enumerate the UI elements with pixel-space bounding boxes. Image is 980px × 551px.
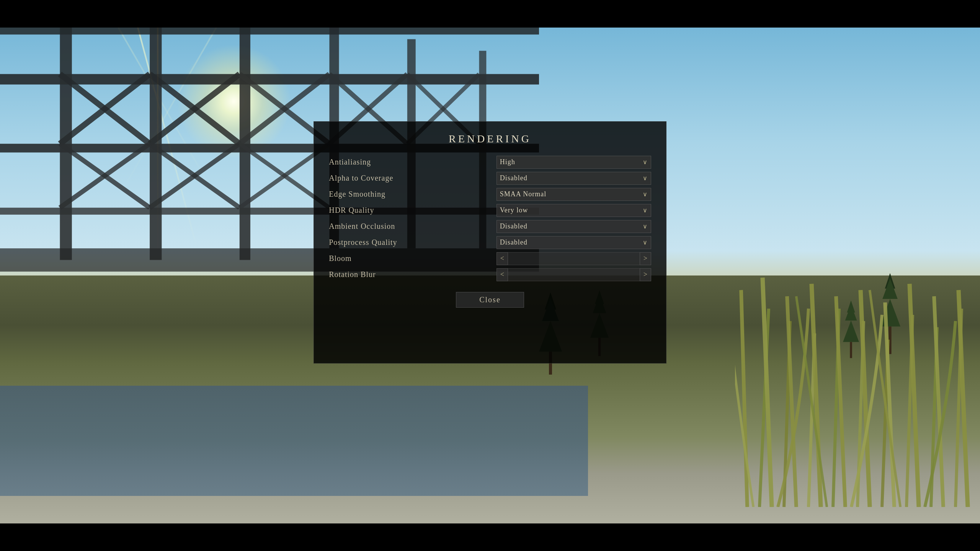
rotation-blur-control: < > xyxy=(497,268,651,281)
hdr-quality-dropdown[interactable]: Very low ∨ xyxy=(497,204,651,217)
ambient-occlusion-dropdown[interactable]: Disabled ∨ xyxy=(497,220,651,233)
antialiasing-value: High xyxy=(500,158,515,166)
antialiasing-dropdown[interactable]: High ∨ xyxy=(497,156,651,169)
bloom-label: Bloom xyxy=(329,254,497,263)
alpha-to-coverage-arrow: ∨ xyxy=(643,174,648,182)
bloom-increase-button[interactable]: > xyxy=(640,252,651,265)
bloom-track xyxy=(508,252,640,265)
ambient-occlusion-arrow: ∨ xyxy=(643,223,648,230)
rotation-blur-row: Rotation Blur < > xyxy=(329,268,651,281)
edge-smoothing-label: Edge Smoothing xyxy=(329,190,497,199)
ambient-occlusion-label: Ambient Occlusion xyxy=(329,222,497,231)
ambient-occlusion-row: Ambient Occlusion Disabled ∨ xyxy=(329,220,651,233)
edge-smoothing-control[interactable]: SMAA Normal ∨ xyxy=(497,188,651,201)
close-button[interactable]: Close xyxy=(456,292,524,308)
postprocess-quality-value: Disabled xyxy=(500,238,528,246)
hdr-quality-value: Very low xyxy=(500,206,528,214)
alpha-to-coverage-value: Disabled xyxy=(500,174,528,182)
antialiasing-control[interactable]: High ∨ xyxy=(497,156,651,169)
postprocess-quality-control[interactable]: Disabled ∨ xyxy=(497,236,651,249)
cinematic-bar-bottom xyxy=(0,523,980,551)
postprocess-quality-dropdown[interactable]: Disabled ∨ xyxy=(497,236,651,249)
hdr-quality-label: HDR Quality xyxy=(329,206,497,215)
dialog-title: RENDERING xyxy=(449,133,531,145)
hdr-quality-control[interactable]: Very low ∨ xyxy=(497,204,651,217)
alpha-to-coverage-dropdown[interactable]: Disabled ∨ xyxy=(497,172,651,185)
postprocess-quality-arrow: ∨ xyxy=(643,239,648,246)
rendering-dialog: RENDERING Antialiasing High ∨ Alpha to C… xyxy=(314,121,666,364)
rotation-blur-label: Rotation Blur xyxy=(329,270,497,279)
alpha-to-coverage-label: Alpha to Coverage xyxy=(329,174,497,183)
rotation-blur-track xyxy=(508,268,640,281)
bloom-slider: < > xyxy=(497,252,651,265)
rotation-blur-increase-button[interactable]: > xyxy=(640,268,651,281)
ambient-occlusion-value: Disabled xyxy=(500,222,528,230)
postprocess-quality-row: Postprocess Quality Disabled ∨ xyxy=(329,236,651,249)
edge-smoothing-dropdown[interactable]: SMAA Normal ∨ xyxy=(497,188,651,201)
settings-list: Antialiasing High ∨ Alpha to Coverage Di… xyxy=(329,156,651,284)
antialiasing-row: Antialiasing High ∨ xyxy=(329,156,651,169)
ambient-occlusion-control[interactable]: Disabled ∨ xyxy=(497,220,651,233)
bloom-row: Bloom < > xyxy=(329,252,651,265)
bloom-control: < > xyxy=(497,252,651,265)
edge-smoothing-value: SMAA Normal xyxy=(500,190,547,198)
antialiasing-arrow: ∨ xyxy=(643,158,648,166)
alpha-to-coverage-control[interactable]: Disabled ∨ xyxy=(497,172,651,185)
rotation-blur-decrease-button[interactable]: < xyxy=(497,268,508,281)
postprocess-quality-label: Postprocess Quality xyxy=(329,238,497,247)
alpha-to-coverage-row: Alpha to Coverage Disabled ∨ xyxy=(329,172,651,185)
edge-smoothing-row: Edge Smoothing SMAA Normal ∨ xyxy=(329,188,651,201)
antialiasing-label: Antialiasing xyxy=(329,158,497,166)
cinematic-bar-top xyxy=(0,0,980,28)
hdr-quality-arrow: ∨ xyxy=(643,207,648,214)
rotation-blur-slider: < > xyxy=(497,268,651,281)
hdr-quality-row: HDR Quality Very low ∨ xyxy=(329,204,651,217)
edge-smoothing-arrow: ∨ xyxy=(643,191,648,198)
bloom-decrease-button[interactable]: < xyxy=(497,252,508,265)
